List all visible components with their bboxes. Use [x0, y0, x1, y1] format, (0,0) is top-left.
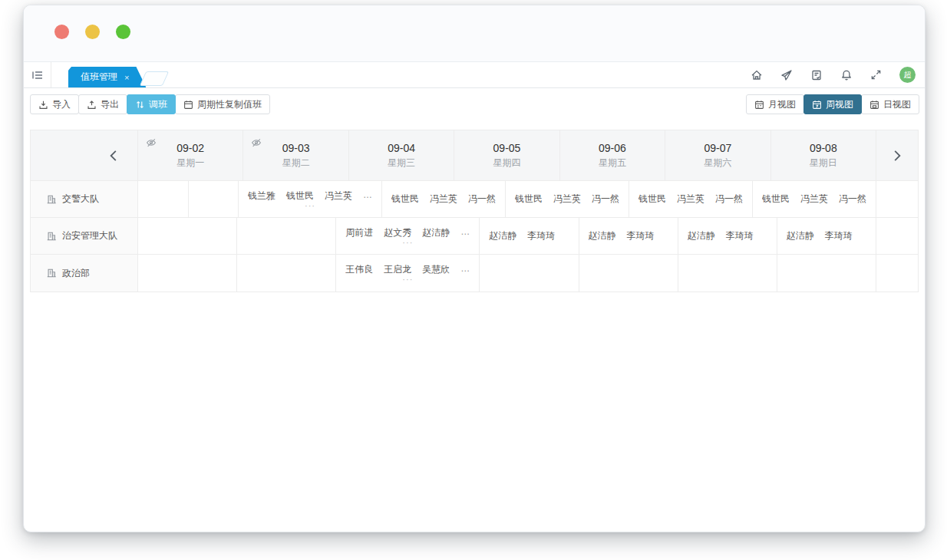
schedule-cell-09-03[interactable] [237, 255, 336, 292]
duty-person: 王伟良 [345, 263, 373, 276]
expand-icon[interactable] [870, 69, 882, 81]
month-calendar-icon [754, 100, 764, 110]
duty-person: 赵洁静 [688, 229, 715, 242]
export-label: 导出 [101, 98, 119, 111]
send-icon[interactable] [780, 69, 793, 81]
month-view-button[interactable]: 月视图 [746, 94, 804, 114]
duty-names: 钱兰雅钱世民冯兰英… [248, 189, 372, 203]
audit-icon[interactable] [810, 69, 823, 81]
schedule-cell-09-08[interactable] [777, 255, 876, 292]
duty-person: 钱世民 [391, 193, 419, 206]
schedule-cell-09-02[interactable] [138, 218, 237, 255]
close-window-button[interactable] [54, 25, 69, 39]
new-tab-ghost[interactable] [140, 71, 169, 86]
schedule-cell-09-07[interactable]: 钱世民冯兰英冯一然 [629, 181, 753, 218]
home-icon[interactable] [751, 69, 763, 81]
week-view-button[interactable]: 周视图 [803, 94, 862, 114]
periodic-copy-label: 周期性复制值班 [197, 98, 262, 111]
schedule-cell-09-04[interactable]: 王伟良王启龙吴慧欣…··· [336, 255, 480, 292]
schedule-row: 治安管理大队周前进赵文秀赵洁静…···赵洁静李琦琦赵洁静李琦琦赵洁静李琦琦赵洁静… [31, 218, 918, 255]
schedule-cell-09-05[interactable]: 赵洁静李琦琦 [480, 218, 579, 255]
schedule-cell-09-07[interactable]: 赵洁静李琦琦 [678, 218, 777, 255]
window-titlebar [24, 5, 925, 62]
schedule-cell-09-08[interactable]: 钱世民冯兰英冯一然 [753, 181, 876, 218]
duty-names: 赵洁静李琦琦 [688, 229, 767, 242]
show-more-dots[interactable]: ··· [345, 276, 470, 283]
header-weekday: 星期四 [493, 156, 520, 170]
schedule-cell-09-07[interactable] [678, 255, 777, 292]
schedule-cell-09-08[interactable]: 赵洁静李琦琦 [777, 218, 876, 255]
duty-names: 钱世民冯兰英冯一然 [762, 193, 866, 206]
duty-person: 赵洁静 [787, 229, 814, 242]
view-switcher: 月视图 周视图 日视图 [746, 94, 919, 114]
duty-person: 赵文秀 [384, 226, 411, 239]
duty-person: 冯一然 [592, 193, 619, 206]
prev-week-icon[interactable] [107, 149, 120, 163]
user-avatar[interactable]: 超 [899, 67, 916, 83]
duty-person: 冯兰英 [325, 189, 352, 203]
schedule-cell-09-02[interactable] [138, 181, 189, 218]
eye-off-icon[interactable] [251, 137, 262, 151]
tab-label: 值班管理 [81, 71, 117, 84]
duty-names: 钱世民冯兰英冯一然 [638, 193, 743, 206]
import-icon [38, 100, 48, 110]
header-date: 09-02 [177, 142, 204, 154]
duty-person: 赵洁静 [422, 226, 450, 239]
swap-shift-button[interactable]: 调班 [127, 94, 176, 114]
zoom-window-button[interactable] [116, 25, 130, 39]
schedule-cell-09-04[interactable]: 钱兰雅钱世民冯兰英…··· [239, 181, 382, 218]
schedule-cell-09-02[interactable] [138, 255, 237, 292]
tab-duty-management[interactable]: 值班管理 × [68, 67, 146, 87]
schedule-cell-09-03[interactable] [189, 181, 239, 218]
day-view-button[interactable]: 日视图 [861, 94, 919, 114]
schedule-cell-09-05[interactable] [480, 255, 579, 292]
header-weekday: 星期一 [177, 156, 204, 170]
header-weekday: 星期三 [388, 156, 415, 170]
bell-icon[interactable] [840, 69, 853, 81]
duty-person: 吴慧欣 [422, 263, 450, 276]
duty-names: 周前进赵文秀赵洁静… [345, 226, 470, 239]
next-week-icon[interactable] [890, 149, 904, 163]
org-building-icon [46, 194, 57, 205]
eye-off-icon[interactable] [146, 137, 157, 151]
tab-close-icon[interactable]: × [124, 73, 129, 82]
duty-person: 李琦琦 [726, 229, 754, 242]
schedule-cell-09-04[interactable]: 周前进赵文秀赵洁静…··· [336, 218, 480, 255]
duty-person: 钱兰雅 [248, 189, 276, 203]
import-button[interactable]: 导入 [30, 94, 79, 114]
header-weekday: 星期六 [704, 156, 731, 170]
org-building-icon [46, 268, 57, 278]
duty-names: 赵洁静李琦琦 [589, 229, 668, 242]
day-column-header-09-02: 09-02星期一 [138, 130, 243, 181]
duty-person: 冯兰英 [430, 193, 457, 206]
org-label-text: 政治部 [62, 267, 90, 280]
schedule-row: 交警大队钱兰雅钱世民冯兰英…···钱世民冯兰英冯一然钱世民冯兰英冯一然钱世民冯兰… [31, 181, 918, 218]
export-button[interactable]: 导出 [78, 94, 127, 114]
schedule-cell-09-05[interactable]: 钱世民冯兰英冯一然 [382, 181, 506, 218]
collapse-menu-icon[interactable] [24, 62, 51, 87]
names-ellipsis: … [460, 263, 470, 276]
schedule-cell-09-06[interactable]: 钱世民冯兰英冯一然 [506, 181, 629, 218]
month-view-label: 月视图 [768, 98, 796, 111]
schedule-cell-09-06[interactable]: 赵洁静李琦琦 [579, 218, 678, 255]
duty-person: 冯一然 [468, 193, 496, 206]
grid-header-row: 09-02星期一09-03星期二09-04星期三09-05星期四09-06星期五… [31, 130, 918, 181]
row-nav-spacer [876, 218, 918, 255]
duty-person: 冯兰英 [677, 193, 704, 206]
minimize-window-button[interactable] [85, 25, 100, 39]
export-icon [87, 100, 97, 110]
header-weekday: 星期五 [599, 156, 626, 170]
day-column-header-09-04: 09-04星期三 [349, 130, 454, 181]
duty-person: 李琦琦 [825, 229, 853, 242]
periodic-copy-button[interactable]: 周期性复制值班 [175, 94, 270, 114]
day-column-header-09-05: 09-05星期四 [454, 130, 559, 181]
duty-person: 钱世民 [762, 193, 790, 206]
header-date: 09-03 [282, 142, 310, 154]
duty-names: 赵洁静李琦琦 [787, 229, 866, 242]
week-view-label: 周视图 [826, 98, 853, 111]
show-more-dots[interactable]: ··· [248, 203, 372, 209]
schedule-cell-09-06[interactable] [579, 255, 678, 292]
schedule-cell-09-03[interactable] [237, 218, 336, 255]
show-more-dots[interactable]: ··· [345, 239, 470, 246]
day-calendar-icon [869, 100, 879, 110]
